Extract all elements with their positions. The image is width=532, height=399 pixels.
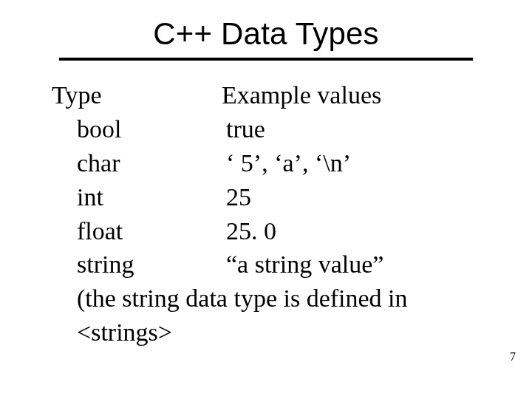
table-row: char ‘ 5’, ‘a’, ‘\n’	[52, 146, 495, 180]
table-row: float 25. 0	[52, 214, 495, 248]
note-line-2: <strings>	[52, 316, 495, 349]
content-area: Type Example values bool true char ‘ 5’,…	[37, 78, 495, 349]
cell-type: string	[52, 248, 222, 282]
table-row: bool true	[52, 112, 495, 146]
header-row: Type Example values	[52, 78, 495, 112]
header-type: Type	[52, 78, 222, 112]
cell-example: 25	[222, 180, 495, 214]
cell-type: char	[52, 146, 222, 180]
cell-type: int	[52, 180, 222, 214]
page-number: 7	[510, 350, 516, 364]
slide: C++ Data Types Type Example values bool …	[0, 0, 532, 399]
cell-example: “a string value”	[222, 248, 495, 282]
slide-title: C++ Data Types	[37, 16, 495, 52]
cell-example: 25. 0	[222, 214, 495, 248]
table-row: int 25	[52, 180, 495, 214]
title-underline	[59, 58, 473, 61]
note-line-1: (the string data type is defined in	[52, 282, 495, 316]
cell-type: float	[52, 214, 222, 248]
cell-type: bool	[52, 112, 222, 146]
cell-example: true	[222, 112, 495, 146]
header-example: Example values	[222, 78, 495, 112]
cell-example: ‘ 5’, ‘a’, ‘\n’	[222, 146, 495, 180]
table-row: string “a string value”	[52, 248, 495, 282]
